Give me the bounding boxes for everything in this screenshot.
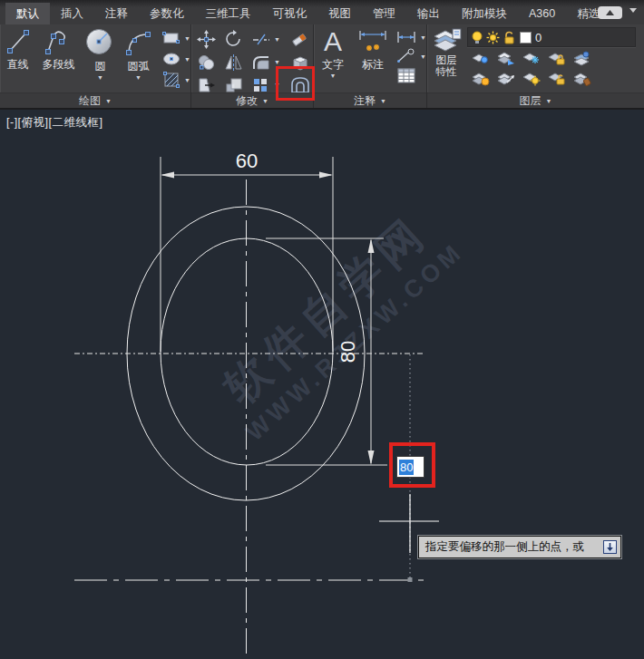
copy-icon — [197, 53, 216, 72]
hatch-tool-button[interactable]: ▼ — [161, 71, 190, 89]
dim-linear-tool-button[interactable]: ▼ — [395, 29, 426, 45]
arc-tool-button[interactable]: 圆弧 ▼ — [119, 24, 158, 81]
panel-title-layers[interactable]: 图层 ▼ — [427, 92, 644, 108]
mirror-tool-button[interactable] — [224, 53, 243, 72]
height-dimension-text: 80 — [337, 341, 359, 363]
move-icon — [197, 30, 216, 49]
dynamic-prompt-tooltip: 指定要偏移的那一侧上的点，或 — [418, 536, 621, 558]
offset-distance-value: 80 — [399, 460, 414, 475]
dim-arrow-right — [319, 172, 333, 179]
fillet-icon — [251, 54, 271, 71]
height-dimension — [266, 238, 387, 465]
trim-tool-button[interactable]: ▼ — [251, 32, 280, 48]
ribbon-minimize-caret-icon[interactable] — [629, 8, 637, 13]
mirror-icon — [224, 53, 243, 72]
circle-icon — [83, 27, 116, 58]
panel-title-annotation[interactable]: 注释 ▼ — [314, 92, 426, 108]
text-dropdown-caret-icon[interactable]: ▼ — [330, 73, 337, 79]
svg-text:A: A — [324, 27, 342, 56]
line-tool-button[interactable]: 直线 — [0, 24, 35, 73]
hatch-dropdown-caret-icon[interactable]: ▼ — [184, 77, 190, 83]
circle-tool-button[interactable]: 圆 ▼ — [82, 24, 119, 81]
tab-visualize[interactable]: 可视化 — [262, 3, 318, 24]
ellipse-tool-button[interactable]: ▼ — [161, 50, 190, 68]
array-icon — [251, 76, 271, 94]
stretch-tool-button[interactable] — [197, 76, 217, 94]
panel-layers: 图层 特性 — [427, 24, 644, 108]
layer-thaw-button[interactable] — [496, 71, 522, 91]
unlock-icon — [503, 31, 516, 44]
dimension-tool-button[interactable]: 标注 — [352, 24, 394, 73]
erase-tool-button[interactable] — [289, 31, 309, 49]
layer-match-button[interactable] — [572, 51, 598, 71]
erase-icon — [289, 31, 309, 49]
layer-properties-icon — [431, 27, 462, 54]
leader-dropdown-caret-icon[interactable]: ▼ — [420, 53, 426, 60]
move-tool-button[interactable] — [197, 30, 216, 49]
line-icon — [5, 27, 32, 56]
scale-icon — [224, 76, 243, 94]
dim-linear-dropdown-caret-icon[interactable]: ▼ — [420, 34, 426, 41]
copy-tool-button[interactable] — [197, 53, 216, 72]
layer-color-swatch — [520, 32, 532, 44]
panel-layers-caret-icon: ▼ — [546, 98, 552, 104]
tab-3d-tools[interactable]: 三维工具 — [195, 3, 262, 24]
tab-manage[interactable]: 管理 — [362, 3, 406, 24]
layer-isolate-button[interactable] — [471, 51, 496, 71]
ribbon: 直线 多段线 — [0, 24, 644, 110]
rectangle-dropdown-caret-icon[interactable]: ▼ — [184, 35, 190, 42]
ellipse-dropdown-caret-icon[interactable]: ▼ — [184, 56, 190, 63]
layer-delete-button[interactable] — [572, 71, 598, 91]
layer-select-combo[interactable]: 0 — [467, 27, 636, 47]
scale-tool-button[interactable] — [224, 76, 243, 94]
layer-freeze-button[interactable] — [496, 51, 522, 71]
tab-insert[interactable]: 插入 — [50, 3, 94, 24]
layer-on-button[interactable] — [471, 71, 496, 91]
tracking-endpoint-marker — [408, 577, 413, 582]
hatch-icon — [161, 71, 181, 89]
table-tool-button[interactable] — [395, 67, 426, 84]
ellipse-icon — [161, 50, 181, 68]
down-arrow-key-icon[interactable] — [603, 540, 617, 554]
layer-lock-button[interactable] — [547, 51, 572, 71]
tab-a360[interactable]: A360 — [518, 3, 566, 24]
layer-combo-value: 0 — [535, 31, 542, 44]
ribbon-minimize-icon[interactable] — [598, 6, 622, 19]
polyline-tool-button[interactable]: 多段线 — [35, 24, 82, 73]
tab-annotate[interactable]: 注释 — [94, 3, 139, 24]
tab-view[interactable]: 视图 — [317, 3, 362, 24]
fillet-dropdown-caret-icon[interactable]: ▼ — [274, 59, 280, 65]
dim-arrow-up — [368, 238, 375, 253]
dim-linear-icon — [395, 29, 417, 45]
rectangle-tool-button[interactable]: ▼ — [161, 29, 190, 47]
circle-dropdown-caret-icon[interactable]: ▼ — [97, 74, 103, 81]
rotate-tool-button[interactable] — [224, 30, 243, 49]
offset-distance-input[interactable]: 80 — [396, 456, 424, 478]
panel-annotation: A 文字 ▼ — [314, 24, 427, 108]
rotate-icon — [224, 30, 243, 49]
tab-parametric[interactable]: 参数化 — [139, 3, 195, 24]
autocad-window: 默认 插入 注释 参数化 三维工具 可视化 视图 管理 输出 附加模块 A360… — [0, 0, 644, 659]
table-icon — [395, 67, 417, 84]
layer-unlock-button[interactable] — [547, 71, 572, 91]
tab-addins[interactable]: 附加模块 — [451, 3, 518, 24]
layer-current-button[interactable] — [522, 71, 547, 91]
layer-properties-button[interactable]: 图层 特性 — [427, 24, 463, 78]
trim-dropdown-caret-icon[interactable]: ▼ — [274, 36, 280, 43]
tab-output[interactable]: 输出 — [406, 3, 451, 24]
tab-default[interactable]: 默认 — [5, 3, 50, 24]
panel-title-draw[interactable]: 绘图 ▼ — [0, 92, 190, 108]
polyline-icon — [44, 27, 74, 56]
text-tool-button[interactable]: A 文字 ▼ — [314, 24, 352, 79]
layer-off-button[interactable] — [522, 51, 547, 71]
offset-tool-highlight-box — [276, 66, 315, 101]
panel-draw: 直线 多段线 — [0, 24, 191, 108]
arc-dropdown-caret-icon[interactable]: ▼ — [135, 74, 141, 81]
cad-drawing: 60 80 — [0, 110, 644, 659]
ribbon-tab-bar: 默认 插入 注释 参数化 三维工具 可视化 视图 管理 输出 附加模块 A360… — [0, 0, 644, 24]
drawing-canvas[interactable]: [-][俯视][二维线框] 软件自学网 WWW.RJZXW.COM 60 — [0, 110, 644, 659]
text-icon: A — [318, 27, 347, 56]
dim-arrow-down — [368, 451, 375, 465]
bulb-icon — [472, 31, 483, 44]
leader-tool-button[interactable]: ▼ — [395, 48, 426, 64]
